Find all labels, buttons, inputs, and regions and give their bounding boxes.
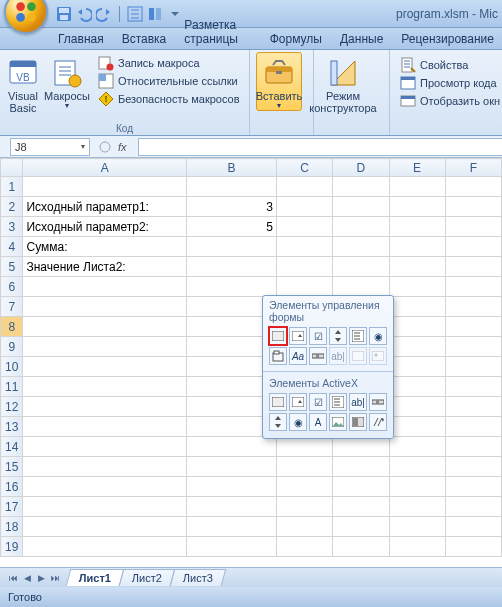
cell[interactable] (445, 257, 501, 277)
cell[interactable] (389, 317, 445, 337)
tab-formulas[interactable]: Формулы (262, 29, 330, 49)
cell[interactable] (445, 237, 501, 257)
form-checkbox-control[interactable]: ☑ (309, 327, 327, 345)
col-header-a[interactable]: A (23, 159, 187, 177)
macros-button[interactable]: Макросы ▾ (44, 52, 90, 111)
cell[interactable] (389, 477, 445, 497)
row-header[interactable]: 14 (1, 437, 23, 457)
form-listbox-control[interactable] (349, 327, 367, 345)
cell[interactable] (23, 297, 187, 317)
col-header-e[interactable]: E (389, 159, 445, 177)
macro-security-button[interactable]: ! Безопасность макросов (94, 90, 244, 108)
cell[interactable] (445, 297, 501, 317)
cell[interactable] (333, 537, 389, 557)
cell[interactable] (389, 197, 445, 217)
cell[interactable] (23, 457, 187, 477)
cell[interactable] (187, 477, 277, 497)
ax-toggle-control[interactable] (349, 413, 367, 431)
redo-icon[interactable] (96, 6, 112, 22)
row-header[interactable]: 19 (1, 537, 23, 557)
cell[interactable] (23, 517, 187, 537)
show-dialog-button[interactable]: Отобразить окн (396, 92, 502, 110)
row-header[interactable]: 2 (1, 197, 23, 217)
tab-insert[interactable]: Вставка (114, 29, 175, 49)
cell[interactable] (333, 217, 389, 237)
row-header[interactable]: 18 (1, 517, 23, 537)
ax-scrollbar-control[interactable] (369, 393, 387, 411)
sheet-tab-2[interactable]: Лист2 (119, 569, 176, 586)
cell[interactable] (277, 477, 333, 497)
form-scrollbar-control[interactable] (309, 347, 327, 365)
ax-combobox-control[interactable] (289, 393, 307, 411)
fx-icon[interactable]: fx (118, 140, 132, 154)
cell[interactable] (445, 437, 501, 457)
cell[interactable]: Значение Листа2: (23, 257, 187, 277)
cell[interactable] (187, 517, 277, 537)
row-header[interactable]: 5 (1, 257, 23, 277)
cell[interactable] (389, 437, 445, 457)
cell[interactable] (277, 537, 333, 557)
cell[interactable] (389, 357, 445, 377)
cell[interactable] (445, 197, 501, 217)
sheet-tab-3[interactable]: Лист3 (170, 569, 227, 586)
cell[interactable] (333, 457, 389, 477)
select-all-corner[interactable] (1, 159, 23, 177)
nav-last-icon[interactable]: ⏭ (48, 573, 62, 583)
cell[interactable] (277, 277, 333, 297)
cell[interactable] (445, 477, 501, 497)
cell[interactable]: Сумма: (23, 237, 187, 257)
cell[interactable] (333, 477, 389, 497)
cell[interactable] (187, 457, 277, 477)
cell[interactable] (23, 437, 187, 457)
cell[interactable] (333, 197, 389, 217)
row-header[interactable]: 4 (1, 237, 23, 257)
row-header[interactable]: 10 (1, 357, 23, 377)
properties-button[interactable]: Свойства (396, 56, 502, 74)
sheet-tab-1[interactable]: Лист1 (66, 569, 125, 586)
cell[interactable] (389, 217, 445, 237)
cell[interactable] (277, 217, 333, 237)
cell[interactable]: 3 (187, 197, 277, 217)
ax-checkbox-control[interactable]: ☑ (309, 393, 327, 411)
cell[interactable] (277, 457, 333, 477)
cell[interactable] (23, 537, 187, 557)
row-header[interactable]: 15 (1, 457, 23, 477)
cell[interactable]: Исходный параметр1: (23, 197, 187, 217)
cell[interactable] (23, 357, 187, 377)
relative-refs-button[interactable]: Относительные ссылки (94, 72, 244, 90)
cell[interactable] (389, 537, 445, 557)
design-mode-button[interactable]: Режим конструктора (320, 52, 366, 115)
cell[interactable] (389, 297, 445, 317)
cell[interactable] (389, 337, 445, 357)
col-header-b[interactable]: B (187, 159, 277, 177)
ax-listbox-control[interactable] (329, 393, 347, 411)
form-image-disabled-control[interactable] (369, 347, 387, 365)
chevron-down-icon[interactable]: ▾ (81, 142, 85, 151)
undo-icon[interactable] (76, 6, 92, 22)
form-combo-disabled-control[interactable] (349, 347, 367, 365)
qat-extra1-icon[interactable] (127, 6, 143, 22)
cell[interactable] (23, 397, 187, 417)
tab-page-layout[interactable]: Разметка страницы (176, 15, 259, 49)
col-header-c[interactable]: C (277, 159, 333, 177)
cell[interactable] (277, 517, 333, 537)
cell[interactable] (187, 237, 277, 257)
cancel-icon[interactable] (98, 140, 112, 154)
form-label-control[interactable]: Aa (289, 347, 307, 365)
cell[interactable] (277, 497, 333, 517)
cell[interactable] (389, 177, 445, 197)
cell[interactable]: Исходный параметр2: (23, 217, 187, 237)
cell[interactable] (277, 437, 333, 457)
cell[interactable] (23, 477, 187, 497)
cell[interactable] (389, 237, 445, 257)
record-macro-button[interactable]: Запись макроса (94, 54, 244, 72)
cell[interactable] (277, 257, 333, 277)
cell[interactable] (23, 497, 187, 517)
qat-extra2-icon[interactable] (147, 6, 163, 22)
formula-input[interactable] (138, 138, 502, 156)
view-code-button[interactable]: Просмотр кода (396, 74, 502, 92)
row-header[interactable]: 3 (1, 217, 23, 237)
row-header[interactable]: 7 (1, 297, 23, 317)
name-box[interactable]: J8 ▾ (10, 138, 90, 156)
ax-label-control[interactable]: A (309, 413, 327, 431)
